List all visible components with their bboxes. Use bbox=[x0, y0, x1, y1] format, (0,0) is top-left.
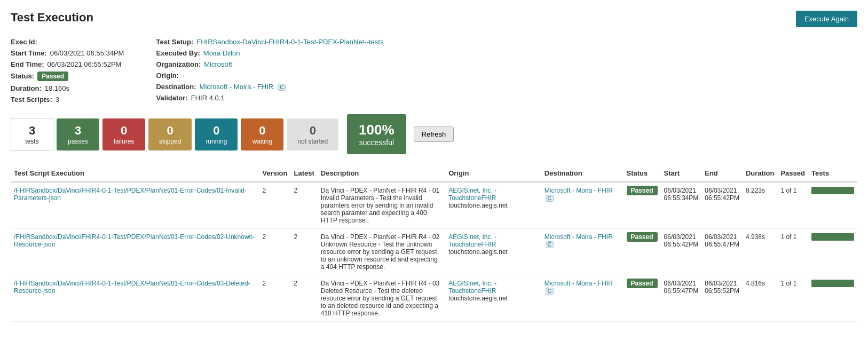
refresh-button[interactable]: Refresh bbox=[414, 126, 454, 142]
progress-bar bbox=[811, 187, 854, 194]
script-link[interactable]: /FHIRSandbox/DaVinci/FHIR4-0-1-Test/PDEX… bbox=[14, 280, 256, 295]
passed-badge: Passed bbox=[627, 186, 658, 195]
version-cell: 2 bbox=[259, 229, 291, 275]
success-pct: 100% bbox=[359, 122, 394, 138]
not-started-stat: 0 not started bbox=[287, 118, 338, 150]
duration-cell: 8.223s bbox=[743, 182, 777, 229]
exec-id-label: Exec Id: bbox=[11, 38, 37, 46]
organization-row: Organization: Microsoft bbox=[156, 60, 383, 68]
tests-bar-cell bbox=[808, 229, 857, 275]
success-label: successful bbox=[359, 138, 394, 147]
validator-label: Validator: bbox=[156, 94, 187, 102]
col-header-latest: Latest bbox=[290, 165, 317, 182]
running-num: 0 bbox=[213, 124, 219, 138]
waiting-num: 0 bbox=[259, 124, 265, 138]
organization-link[interactable]: Microsoft bbox=[204, 60, 232, 68]
start-time-row: Start Time: 06/03/2021 06:55:34PM bbox=[11, 49, 124, 57]
skipped-label: skipped bbox=[159, 138, 181, 145]
origin-cell: AEGIS.net, Inc. - TouchstoneFHIRtouchsto… bbox=[445, 182, 541, 229]
script-link[interactable]: /FHIRSandbox/DaVinci/FHIR4-0-1-Test/PDEX… bbox=[14, 233, 256, 248]
waiting-stat: 0 waiting bbox=[241, 118, 283, 150]
version-cell: 2 bbox=[259, 182, 291, 229]
latest-cell: 2 bbox=[290, 229, 317, 275]
origin-link[interactable]: AEGIS.net, Inc. - TouchstoneFHIR bbox=[448, 233, 538, 248]
latest-cell: 2 bbox=[290, 275, 317, 322]
table-header-row: Test Script Execution Version Latest Des… bbox=[11, 165, 857, 182]
test-setup-link[interactable]: FHIRSandbox-DaVinci-FHIR4-0-1-Test-PDEX-… bbox=[196, 38, 383, 46]
exec-id-row: Exec Id: bbox=[11, 38, 124, 46]
origin-link[interactable]: AEGIS.net, Inc. - TouchstoneFHIR bbox=[448, 187, 538, 202]
end-time-value: 06/03/2021 06:55:52PM bbox=[48, 60, 122, 68]
col-header-start: Start bbox=[661, 165, 702, 182]
script-link[interactable]: /FHIRSandbox/DaVinci/FHIR4-0-1-Test/PDEX… bbox=[14, 187, 256, 202]
test-scripts-value: 3 bbox=[56, 96, 59, 104]
progress-bar bbox=[811, 280, 854, 287]
executed-by-link[interactable]: Moira Dillon bbox=[203, 49, 240, 57]
table-row: /FHIRSandbox/DaVinci/FHIR4-0-1-Test/PDEX… bbox=[11, 275, 857, 322]
col-header-description: Description bbox=[318, 165, 445, 182]
executed-by-row: Executed By: Moira Dillon bbox=[156, 49, 383, 57]
execute-again-button[interactable]: Execute Again bbox=[796, 11, 857, 27]
test-scripts-row: Test Scripts: 3 bbox=[11, 96, 124, 104]
status-badge: Passed bbox=[37, 72, 68, 81]
destination-c-badge: C bbox=[546, 288, 554, 295]
validator-value: FHIR 4.0.1 bbox=[191, 94, 225, 102]
progress-bar-fill bbox=[811, 233, 854, 241]
origin-value: - bbox=[182, 72, 184, 80]
col-header-destination: Destination bbox=[541, 165, 624, 182]
col-header-script: Test Script Execution bbox=[11, 165, 259, 182]
status-cell: Passed bbox=[624, 182, 661, 229]
destination-row: Destination: Microsoft - Moira - FHIR C bbox=[156, 83, 383, 91]
info-col-right: Test Setup: FHIRSandbox-DaVinci-FHIR4-0-… bbox=[156, 38, 383, 104]
test-setup-row: Test Setup: FHIRSandbox-DaVinci-FHIR4-0-… bbox=[156, 38, 383, 46]
destination-cell: Microsoft - Moira - FHIRC bbox=[541, 229, 624, 275]
progress-bar-fill bbox=[811, 187, 854, 194]
page-header: Test Execution Execute Again bbox=[11, 11, 857, 27]
success-box: 100% successful bbox=[347, 114, 406, 154]
destination-cell: Microsoft - Moira - FHIRC bbox=[541, 182, 624, 229]
end-cell: 06/03/2021 06:55:47PM bbox=[701, 229, 743, 275]
col-header-status: Status bbox=[624, 165, 661, 182]
passed-badge: Passed bbox=[627, 279, 658, 288]
script-cell: /FHIRSandbox/DaVinci/FHIR4-0-1-Test/PDEX… bbox=[11, 229, 259, 275]
destination-link[interactable]: Microsoft - Moira - FHIR bbox=[200, 83, 274, 91]
passes-label: passes bbox=[68, 138, 88, 145]
tests-label: tests bbox=[25, 138, 38, 145]
failures-label: failures bbox=[114, 138, 135, 145]
script-cell: /FHIRSandbox/DaVinci/FHIR4-0-1-Test/PDEX… bbox=[11, 182, 259, 229]
duration-row: Duration: 18.160s bbox=[11, 84, 124, 92]
duration-cell: 4.816s bbox=[743, 275, 777, 322]
info-section: Exec Id: Start Time: 06/03/2021 06:55:34… bbox=[11, 38, 857, 104]
origin-label: Origin: bbox=[156, 72, 179, 80]
skipped-stat: 0 skipped bbox=[148, 118, 192, 150]
description-cell: Da Vinci - PDEX - PlanNet - FHIR R4 - 01… bbox=[318, 182, 445, 229]
passed-badge: Passed bbox=[627, 232, 658, 242]
destination-badge: C bbox=[278, 84, 286, 91]
running-label: running bbox=[206, 138, 227, 145]
start-cell: 06/03/2021 06:55:34PM bbox=[661, 182, 702, 229]
duration-cell: 4.938s bbox=[743, 229, 777, 275]
origin-link[interactable]: AEGIS.net, Inc. - TouchstoneFHIR bbox=[448, 280, 538, 295]
info-col-left: Exec Id: Start Time: 06/03/2021 06:55:34… bbox=[11, 38, 124, 104]
destination-value: Microsoft - Moira - FHIR bbox=[545, 187, 613, 194]
passes-stat: 3 passes bbox=[57, 118, 99, 150]
col-header-passed: Passed bbox=[777, 165, 808, 182]
tests-bar-cell bbox=[808, 275, 857, 322]
end-cell: 06/03/2021 06:55:52PM bbox=[701, 275, 743, 322]
start-cell: 06/03/2021 06:55:47PM bbox=[661, 275, 702, 322]
destination-value: Microsoft - Moira - FHIR bbox=[545, 233, 613, 241]
executed-by-label: Executed By: bbox=[156, 49, 200, 57]
tests-stat: 3 tests bbox=[11, 118, 53, 151]
end-time-label: End Time: bbox=[11, 60, 44, 68]
table-row: /FHIRSandbox/DaVinci/FHIR4-0-1-Test/PDEX… bbox=[11, 182, 857, 229]
origin-row: Origin: - bbox=[156, 72, 383, 80]
origin-cell: AEGIS.net, Inc. - TouchstoneFHIRtouchsto… bbox=[445, 275, 541, 322]
col-header-end: End bbox=[701, 165, 743, 182]
page-title: Test Execution bbox=[11, 11, 93, 25]
destination-label: Destination: bbox=[156, 83, 196, 91]
script-cell: /FHIRSandbox/DaVinci/FHIR4-0-1-Test/PDEX… bbox=[11, 275, 259, 322]
destination-c-badge: C bbox=[546, 241, 554, 248]
status-label: Status: bbox=[11, 72, 34, 80]
table-row: /FHIRSandbox/DaVinci/FHIR4-0-1-Test/PDEX… bbox=[11, 229, 857, 275]
waiting-label: waiting bbox=[252, 138, 272, 145]
